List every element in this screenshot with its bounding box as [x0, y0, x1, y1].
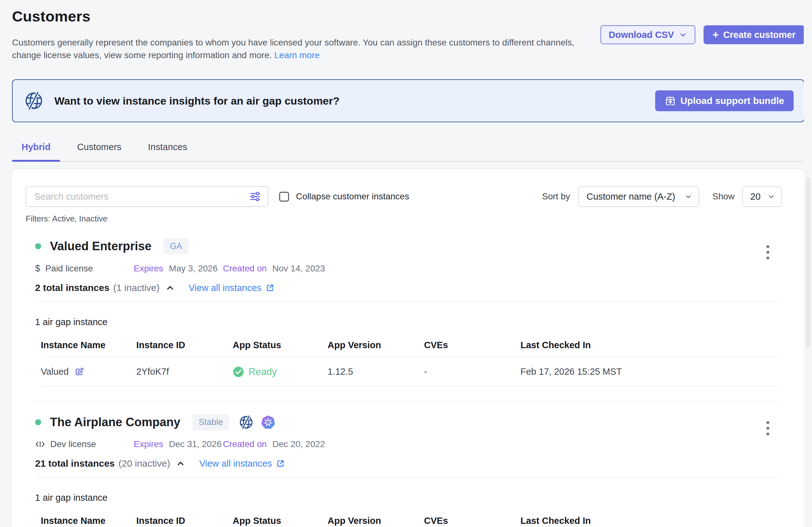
sort-by-label: Sort by	[542, 192, 570, 201]
tab-customers[interactable]: Customers	[68, 142, 131, 161]
sort-by-select[interactable]: Customer name (A-Z)	[578, 186, 699, 207]
col-last-checked-in: Last Checked In	[520, 340, 782, 350]
instance-table-header: Instance Name Instance ID App Status App…	[41, 511, 782, 527]
view-all-instances-link[interactable]: View all instances	[189, 283, 274, 293]
instances-inactive: (1 inactive)	[113, 283, 160, 293]
kebab-menu-icon[interactable]	[763, 419, 773, 438]
show-label: Show	[712, 192, 735, 201]
chevron-down-icon	[685, 193, 692, 200]
app-status-cell: Ready	[233, 366, 328, 378]
license-type-label: Paid license	[45, 264, 93, 274]
chevron-up-icon[interactable]	[176, 459, 185, 468]
create-customer-button[interactable]: + Create customer	[704, 25, 804, 44]
tab-instances[interactable]: Instances	[139, 142, 197, 161]
col-instance-name: Instance Name	[41, 516, 136, 526]
instances-summary-row: 2 total instances (1 inactive) View all …	[35, 283, 782, 293]
search-input[interactable]	[26, 186, 269, 207]
airgap-instances-heading: 1 air gap instance	[35, 493, 782, 503]
page-header: Customers Customers generally represent …	[0, 0, 812, 62]
col-cves: CVEs	[424, 340, 520, 350]
upload-support-bundle-button[interactable]: Upload support bundle	[655, 90, 794, 111]
scrollbar-track[interactable]	[804, 0, 812, 527]
page-description: Customers generally represent the compan…	[12, 36, 580, 62]
tab-hybrid[interactable]: Hybrid	[12, 142, 60, 161]
expires-label: Expires	[134, 264, 163, 273]
col-app-status: App Status	[233, 516, 328, 526]
instance-table-header: Instance Name Instance ID App Status App…	[41, 335, 782, 357]
instances-total: 21 total instances	[35, 458, 115, 469]
instances-inactive: (20 inactive)	[119, 458, 170, 469]
collapse-instances-checkbox-group[interactable]: Collapse customer instances	[279, 192, 409, 201]
instance-name-cell: Valued	[41, 366, 136, 377]
instance-table-row: Valued 2YfoK7f Ready 1.12.5	[41, 357, 782, 387]
view-all-instances-label: View all instances	[189, 283, 261, 293]
app-status-text: Ready	[248, 366, 277, 378]
plus-icon: +	[712, 29, 719, 40]
upload-bundle-icon	[665, 95, 676, 106]
customer-name[interactable]: The Airplane Company	[50, 416, 180, 429]
customer-head: The Airplane Company Stable	[35, 414, 782, 430]
dollar-icon: $	[35, 263, 40, 274]
delivery-icons	[239, 415, 276, 430]
show-select[interactable]: 20	[742, 186, 782, 207]
code-icon	[35, 440, 45, 449]
active-status-dot	[35, 419, 41, 425]
created-label: Created on	[223, 264, 267, 273]
expires-value: Dec 31, 2026	[169, 439, 222, 449]
customer-head: Valued Enterprise GA	[35, 238, 782, 254]
app-version: 1.12.5	[328, 366, 424, 377]
create-customer-label: Create customer	[723, 30, 796, 40]
active-status-dot	[35, 243, 41, 249]
toolbar-right: Sort by Customer name (A-Z) Show 20	[542, 186, 782, 207]
customer-card-valued-enterprise: Valued Enterprise GA $ Paid license Expi…	[26, 238, 782, 387]
airgap-instances-table: Instance Name Instance ID App Status App…	[35, 335, 782, 387]
col-instance-name: Instance Name	[41, 340, 136, 350]
col-cves: CVEs	[424, 516, 520, 526]
col-last-checked-in: Last Checked In	[520, 516, 782, 526]
customer-meta-row: $ Paid license Expires May 3, 2026 Creat…	[35, 263, 782, 274]
col-app-status: App Status	[233, 340, 328, 350]
created-label: Created on	[223, 439, 267, 449]
license-type-label: Dev license	[50, 439, 96, 449]
check-circle-icon	[233, 366, 244, 378]
collapse-instances-label: Collapse customer instances	[296, 192, 409, 201]
customer-meta-row: Dev license Expires Dec 31, 2026 Created…	[35, 439, 782, 449]
scrollbar-thumb[interactable]	[806, 177, 810, 348]
col-instance-id: Instance ID	[136, 516, 233, 526]
chevron-down-icon	[679, 31, 687, 39]
instances-summary-row: 21 total instances (20 inactive) View al…	[35, 458, 782, 469]
search-wrap	[26, 186, 269, 207]
created-pair: Created on Nov 14, 2023	[223, 264, 325, 274]
chevron-up-icon[interactable]	[165, 283, 175, 292]
edit-icon[interactable]	[74, 367, 84, 377]
download-csv-button[interactable]: Download CSV	[600, 25, 695, 44]
view-all-instances-link[interactable]: View all instances	[199, 458, 285, 469]
last-checked-in: Feb 17, 2026 15:25 MST	[520, 366, 782, 377]
expires-pair: Expires May 3, 2026	[134, 264, 223, 274]
license-type: $ Paid license	[35, 263, 134, 274]
expires-value: May 3, 2026	[169, 264, 218, 273]
kebab-menu-icon[interactable]	[763, 243, 773, 262]
external-link-icon	[266, 283, 274, 292]
created-value: Dec 20, 2022	[272, 439, 325, 449]
created-value: Nov 14, 2023	[272, 264, 325, 273]
filters-note: Filters: Active, Inactive	[26, 214, 782, 224]
upload-support-bundle-label: Upload support bundle	[680, 95, 784, 106]
kubernetes-icon	[261, 415, 276, 430]
customer-name[interactable]: Valued Enterprise	[50, 240, 151, 253]
customer-card-airplane-company: The Airplane Company Stable	[26, 414, 782, 527]
airgap-banner-title: Want to view instance insights for an ai…	[54, 95, 339, 107]
customers-toolbar: Collapse customer instances Sort by Cust…	[26, 186, 782, 207]
expires-label: Expires	[134, 439, 163, 449]
search-filter-icon[interactable]	[249, 190, 261, 204]
license-type: Dev license	[35, 439, 134, 449]
instance-id: 2YfoK7f	[136, 366, 233, 377]
chevron-down-icon	[767, 193, 775, 200]
cves-value: -	[424, 366, 520, 377]
page-title: Customers	[12, 7, 804, 25]
airgap-globe-icon	[239, 415, 253, 430]
collapse-instances-checkbox[interactable]	[279, 192, 289, 201]
expires-pair: Expires Dec 31, 2026	[134, 439, 223, 449]
learn-more-link[interactable]: Learn more	[274, 50, 320, 60]
airgap-globe-icon	[24, 91, 44, 110]
